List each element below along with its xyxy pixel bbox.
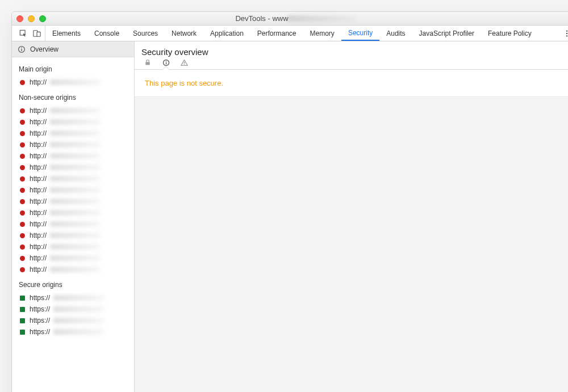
origin-item[interactable]: http://: [18, 162, 134, 173]
svg-rect-8: [21, 47, 22, 48]
origin-scheme: http://: [30, 254, 47, 262]
origin-scheme: https://: [30, 305, 50, 313]
warning-triangle-icon[interactable]: [180, 61, 188, 69]
origin-item[interactable]: http://: [18, 230, 134, 241]
origin-item[interactable]: http://: [18, 139, 134, 150]
origin-scheme: http://: [30, 265, 47, 273]
tab-performance[interactable]: Performance: [250, 26, 303, 41]
content: Overview Main originhttp://Non-secure or…: [12, 41, 568, 392]
svg-rect-12: [165, 61, 166, 61]
tab-application[interactable]: Application: [203, 26, 250, 41]
insecure-indicator-icon: [20, 267, 25, 272]
origin-item[interactable]: https://: [18, 304, 134, 315]
redacted-text: [287, 15, 356, 22]
origin-scheme: http://: [30, 152, 47, 160]
origin-scheme: http://: [30, 129, 47, 137]
origin-scheme: http://: [30, 231, 47, 239]
svg-rect-14: [183, 64, 184, 64]
origin-scheme: http://: [30, 78, 47, 86]
tab-network[interactable]: Network: [165, 26, 203, 41]
origin-scheme: http://: [30, 175, 47, 183]
info-status-icon[interactable]: [162, 61, 170, 69]
origin-scheme: http://: [30, 186, 47, 194]
titlebar: DevTools - www: [12, 12, 568, 26]
origin-scheme: https://: [30, 317, 50, 324]
origin-item[interactable]: http://: [18, 173, 134, 184]
origin-item[interactable]: http://: [18, 264, 134, 275]
tab-security[interactable]: Security: [341, 26, 379, 41]
secure-indicator-icon: [20, 330, 25, 335]
device-toolbar-icon[interactable]: [32, 29, 41, 38]
lock-icon[interactable]: [144, 61, 152, 69]
origin-scheme: http://: [30, 107, 47, 115]
insecure-indicator-icon: [20, 222, 25, 227]
redacted-text: [53, 306, 105, 312]
secure-indicator-icon: [20, 296, 25, 301]
svg-rect-11: [165, 62, 166, 64]
origin-item[interactable]: https://: [18, 315, 134, 326]
origin-item[interactable]: https://: [18, 326, 134, 338]
redacted-text: [50, 79, 101, 85]
inspect-element-icon[interactable]: [19, 29, 28, 38]
insecure-indicator-icon: [20, 233, 25, 238]
origin-item[interactable]: https://: [18, 292, 134, 304]
origin-scheme: https://: [30, 294, 50, 302]
tab-javascript-profiler[interactable]: JavaScript Profiler: [412, 26, 481, 41]
redacted-text: [50, 130, 101, 136]
origin-item[interactable]: http://: [18, 77, 134, 88]
insecure-indicator-icon: [20, 131, 25, 136]
origin-item[interactable]: http://: [18, 128, 134, 139]
devtools-window: DevTools - www ElementsConsoleSourcesNet…: [11, 11, 568, 392]
main-header: Security overview: [135, 41, 568, 70]
origin-item[interactable]: http://: [18, 105, 134, 116]
redacted-text: [50, 142, 101, 147]
insecure-indicator-icon: [20, 142, 25, 147]
redacted-text: [53, 329, 105, 335]
svg-rect-2: [37, 32, 40, 36]
origin-list: Main originhttp://Non-secure originshttp…: [12, 57, 134, 392]
secure-indicator-icon: [20, 318, 25, 323]
origin-item[interactable]: http://: [18, 116, 134, 128]
info-icon: [18, 45, 26, 53]
tab-audits[interactable]: Audits: [379, 26, 412, 41]
redacted-text: [50, 108, 101, 113]
tab-memory[interactable]: Memory: [303, 26, 341, 41]
insecure-indicator-icon: [20, 154, 25, 159]
insecure-indicator-icon: [20, 120, 25, 125]
origin-item[interactable]: http://: [18, 218, 134, 230]
redacted-text: [50, 153, 101, 159]
origin-item[interactable]: http://: [18, 150, 134, 162]
redacted-text: [50, 221, 101, 227]
tab-sources[interactable]: Sources: [126, 26, 165, 41]
origin-item[interactable]: http://: [18, 207, 134, 218]
redacted-text: [50, 176, 101, 182]
origin-item[interactable]: http://: [18, 241, 134, 252]
insecure-indicator-icon: [20, 210, 25, 216]
window-title-text: DevTools - www: [235, 14, 288, 23]
more-menu-icon[interactable]: [558, 29, 568, 37]
origin-item[interactable]: http://: [18, 184, 134, 196]
origin-item[interactable]: http://: [18, 252, 134, 264]
origin-scheme: http://: [30, 118, 47, 126]
redacted-text: [50, 267, 101, 272]
tab-elements[interactable]: Elements: [45, 26, 87, 41]
origin-item[interactable]: http://: [18, 196, 134, 207]
window-title: DevTools - www: [12, 14, 568, 23]
origin-scheme: http://: [30, 220, 47, 228]
svg-point-3: [566, 30, 567, 31]
tab-console[interactable]: Console: [87, 26, 126, 41]
svg-rect-9: [145, 62, 150, 65]
tab-feature-policy[interactable]: Feature Policy: [481, 26, 538, 41]
redacted-text: [50, 244, 101, 250]
origin-scheme: https://: [30, 328, 50, 336]
security-overview-title: Security overview: [141, 47, 568, 57]
redacted-text: [50, 199, 101, 204]
overview-row[interactable]: Overview: [12, 41, 134, 57]
insecure-indicator-icon: [20, 188, 25, 193]
toolbar: ElementsConsoleSourcesNetworkApplication…: [12, 26, 568, 41]
redacted-text: [53, 295, 105, 301]
insecure-indicator-icon: [20, 245, 25, 250]
insecure-indicator-icon: [20, 80, 25, 85]
origin-scheme: http://: [30, 209, 47, 217]
insecure-indicator-icon: [20, 108, 25, 113]
